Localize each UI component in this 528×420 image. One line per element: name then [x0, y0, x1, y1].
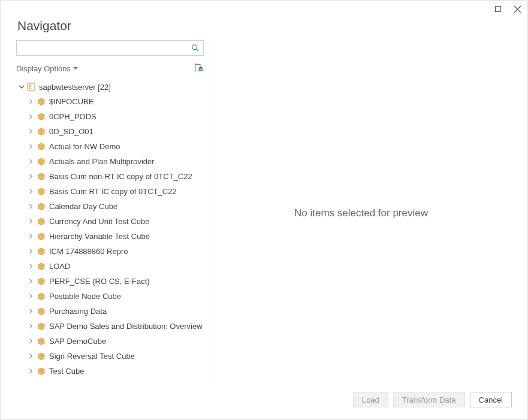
options-row: Display Options	[16, 62, 204, 75]
tree-item[interactable]: 0CPH_PODS	[16, 109, 204, 124]
tree-item-label: Hierarchy Variable Test Cube	[49, 232, 150, 241]
tree-item-label: LOAD	[49, 262, 70, 271]
tree-item[interactable]: Sign Reversal Test Cube	[16, 349, 204, 364]
chevron-right-icon	[28, 204, 34, 209]
tree-item[interactable]: Calendar Day Cube	[16, 199, 204, 214]
tree-item[interactable]: Currency And Unit Test Cube	[16, 214, 204, 229]
chevron-right-icon	[28, 129, 34, 134]
chevron-right-icon	[28, 353, 34, 359]
cube-icon	[37, 188, 46, 196]
chevron-right-icon	[28, 324, 34, 329]
chevron-right-icon	[28, 339, 34, 344]
tree-item[interactable]: Actual for NW Demo	[16, 139, 204, 154]
cube-icon	[37, 262, 46, 271]
chevron-right-icon	[28, 99, 34, 104]
preview-pane: No items selected for preview	[210, 39, 512, 387]
chevron-right-icon	[28, 234, 34, 239]
tree-item-label: Test Cube	[49, 367, 85, 376]
chevron-down-icon	[73, 67, 78, 70]
tree-item[interactable]: ICM 174888860 Repro	[16, 244, 204, 259]
tree-item-label: Postable Node Cube	[49, 292, 121, 301]
search-input[interactable]	[20, 41, 191, 55]
maximize-button[interactable]	[493, 4, 503, 14]
tree-item[interactable]: Test Cube	[16, 364, 204, 379]
chevron-right-icon	[28, 264, 34, 269]
tree-item-label: Actuals and Plan Multiprovider	[49, 157, 155, 166]
tree-item[interactable]: PERF_CSE (RO CS, E-Fact)	[16, 274, 204, 289]
transform-data-button[interactable]: Transform Data	[393, 392, 465, 407]
tree-item-label: ICM 174888860 Repro	[49, 247, 128, 256]
refresh-icon[interactable]	[194, 64, 204, 73]
svg-rect-8	[29, 86, 31, 87]
close-button[interactable]	[512, 4, 523, 14]
chevron-right-icon	[28, 309, 34, 314]
navigator-dialog: Navigator Display Options	[0, 0, 528, 420]
left-pane: Display Options	[16, 39, 210, 387]
cube-icon	[37, 217, 46, 226]
tree-item-label: 0CPH_PODS	[49, 112, 96, 121]
display-options-dropdown[interactable]: Display Options	[16, 64, 78, 73]
svg-rect-9	[29, 88, 31, 89]
cube-icon	[37, 307, 46, 316]
tree-item-label: Actual for NW Demo	[49, 142, 120, 151]
tree-item-label: Basis Cum non-RT IC copy of 0TCT_C22	[49, 172, 192, 181]
dialog-body: Display Options	[1, 39, 527, 387]
cube-icon	[37, 367, 46, 376]
chevron-down-icon	[19, 84, 25, 90]
cube-icon	[37, 143, 46, 151]
tree-item[interactable]: $INFOCUBE	[16, 94, 204, 109]
maximize-icon	[494, 5, 502, 13]
svg-rect-0	[496, 7, 501, 12]
tree-item-label: 0D_SD_O01	[49, 127, 93, 136]
chevron-right-icon	[28, 114, 34, 119]
dialog-footer: Load Transform Data Cancel	[1, 387, 527, 419]
load-button[interactable]: Load	[353, 392, 388, 407]
tree-item-label: Currency And Unit Test Cube	[49, 217, 149, 226]
cube-icon	[37, 128, 46, 136]
tree-item-label: $INFOCUBE	[49, 97, 93, 106]
chevron-right-icon	[28, 189, 34, 194]
tree-item-label: PERF_CSE (RO CS, E-Fact)	[49, 277, 150, 286]
tree-root-node[interactable]: sapbwtestserver [22]	[16, 80, 204, 94]
tree-item[interactable]: 0D_SD_O01	[16, 124, 204, 139]
cube-icon	[37, 337, 46, 346]
chevron-right-icon	[28, 219, 34, 224]
search-icon	[191, 44, 200, 52]
cube-icon	[37, 113, 46, 121]
tree-item[interactable]: Actuals and Plan Multiprovider	[16, 154, 204, 169]
cube-icon	[37, 322, 46, 331]
titlebar	[1, 1, 527, 17]
chevron-right-icon	[28, 174, 34, 179]
tree-item-label: Purchasing Data	[49, 307, 107, 316]
close-icon	[514, 5, 521, 13]
display-options-label: Display Options	[16, 64, 71, 73]
cube-icon	[37, 352, 46, 361]
tree-item[interactable]: SAP Demo Sales and Distribution: Overvie…	[16, 319, 204, 334]
svg-line-4	[197, 49, 199, 52]
tree-item[interactable]: Postable Node Cube	[16, 289, 204, 304]
tree-item[interactable]: Basis Cum non-RT IC copy of 0TCT_C22	[16, 169, 204, 184]
tree-item[interactable]: LOAD	[16, 259, 204, 274]
cube-icon	[37, 173, 46, 181]
chevron-right-icon	[28, 144, 34, 149]
svg-rect-7	[29, 84, 31, 86]
search-box[interactable]	[16, 40, 204, 56]
cancel-button[interactable]: Cancel	[470, 392, 512, 407]
cube-icon	[37, 232, 46, 241]
tree-item[interactable]: Basis Cum RT IC copy of 0TCT_C22	[16, 184, 204, 199]
tree-item[interactable]: SAP DemoCube	[16, 334, 204, 349]
dialog-title: Navigator	[1, 17, 527, 39]
chevron-right-icon	[28, 159, 34, 164]
cube-icon	[37, 203, 46, 211]
chevron-right-icon	[28, 368, 34, 374]
cube-icon	[37, 277, 46, 286]
tree-scroll[interactable]: sapbwtestserver [22] $INFOCUBE 0CPH_PODS…	[16, 80, 204, 387]
tree-item[interactable]: Hierarchy Variable Test Cube	[16, 229, 204, 244]
tree-item-label: SAP DemoCube	[49, 337, 106, 346]
tree-item[interactable]: Purchasing Data	[16, 304, 204, 319]
tree-item-label: Basis Cum RT IC copy of 0TCT_C22	[49, 187, 177, 196]
chevron-right-icon	[28, 294, 34, 299]
cube-icon	[37, 247, 46, 256]
cube-icon	[37, 292, 46, 301]
svg-point-3	[192, 45, 197, 50]
